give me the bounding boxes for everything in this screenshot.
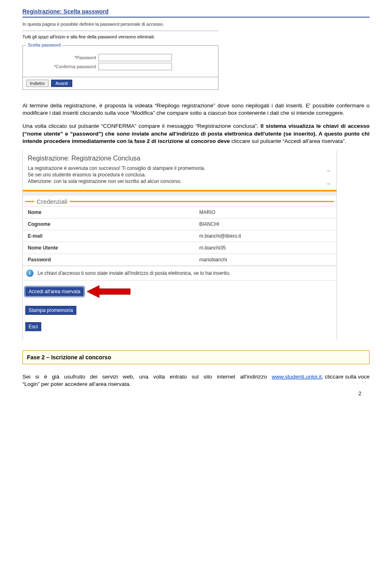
password-row: *Password [27, 54, 214, 61]
cred-val: MARIO [199, 209, 215, 215]
legend-dash-right [70, 201, 334, 203]
cred-key: Nome [28, 209, 199, 215]
svg-marker-0 [87, 285, 130, 298]
button-stack: Accedi all'area riservata Stampa promemo… [23, 281, 336, 340]
credenziali-legend-row: Credenziali [23, 196, 336, 206]
cred-key: Password [28, 257, 199, 263]
credenziali-legend: Credenziali [34, 198, 70, 205]
paragraph-2-post: cliccare sul pulsante “Accedi all'area r… [232, 138, 346, 144]
back-button[interactable]: Indietro [26, 80, 49, 87]
desc-line-1: La registrazione è avvenuta con successo… [28, 165, 205, 171]
password-input[interactable] [98, 54, 172, 61]
section2-desc: La registrazione è avvenuta con successo… [23, 165, 336, 190]
fieldset-legend: Scelta password [26, 42, 62, 47]
panel-registrazione-conclusa: Registrazione: Registrazione Conclusa La… [22, 151, 337, 340]
cred-val: BIANCHI [199, 221, 219, 227]
cred-key: E-mail [28, 233, 199, 239]
esci-button[interactable]: Esci [25, 322, 41, 331]
section1-rule [22, 17, 370, 18]
desc-dash-2: _ [327, 178, 332, 184]
section1-title: Registrazione: Scelta password [22, 8, 370, 15]
paragraph-1: Al termine della registrazione, è propos… [22, 102, 370, 117]
paragraph-3: Sei si è già usufruito dei servizi web, … [22, 373, 370, 388]
accedi-row: Accedi all'area riservata [25, 285, 334, 298]
paragraph-3-pre: Sei si è già usufruito dei servizi web, … [22, 374, 272, 380]
cred-row-nomeutente: Nome Utente m.bianchi35 [23, 242, 336, 254]
info-icon: i [26, 270, 33, 277]
studenti-unipi-link[interactable]: www.studenti.unipi.it [272, 374, 321, 380]
stampa-promemoria-button[interactable]: Stampa promemoria [25, 306, 76, 315]
red-arrow-icon [87, 285, 132, 298]
accedi-area-riservata-button[interactable]: Accedi all'area riservata [25, 287, 84, 296]
page-number: 2 [359, 390, 361, 396]
cred-val: m.bianchi35 [199, 245, 226, 251]
info-text: Le chiavi d'accesso ti sono state inviat… [38, 270, 230, 277]
desc-line-3: Attenzione: con la sola registrazione no… [28, 178, 182, 184]
cred-val: m.bianchi@libero.it [199, 233, 241, 239]
cred-row-nome: Nome MARIO [23, 206, 336, 218]
cred-row-password: Password mariobianchi [23, 254, 336, 265]
legend-dash-left [25, 201, 34, 203]
next-button[interactable]: Avanti [51, 80, 72, 87]
paragraph-2: Una volta cliccato sul pulsante “CONFERM… [22, 123, 370, 145]
section1-rule2 [22, 31, 218, 31]
fase2-box: Fase 2 – Iscrizione al concorso [22, 350, 370, 364]
section1-subtitle: In questa pagina è possibile definire la… [22, 22, 370, 27]
button-row: Indietro Avanti [22, 77, 218, 90]
cred-val: mariobianchi [199, 257, 227, 263]
password-confirm-label: *Conferma password [27, 64, 98, 69]
desc-line-2: Se sei uno studente erasmus la procedura… [28, 172, 146, 178]
password-confirm-row: *Conferma password [27, 63, 214, 70]
section-scelta-password: Registrazione: Scelta password In questa… [22, 8, 370, 90]
section1-note: Tutti gli spazi all'inizio e alla fine d… [22, 34, 370, 39]
password-confirm-input[interactable] [98, 63, 172, 70]
password-fieldset: Scelta password *Password *Conferma pass… [22, 45, 218, 77]
paragraph-2-pre: Una volta cliccato sul pulsante “CONFERM… [22, 123, 261, 129]
password-label: *Password [27, 55, 98, 60]
desc-dash-1: _ [327, 165, 332, 171]
grey-strip [23, 192, 336, 196]
cred-key: Cognome [28, 221, 199, 227]
cred-row-email: E-mail m.bianchi@libero.it [23, 230, 336, 242]
info-row: i Le chiavi d'accesso ti sono state invi… [23, 266, 336, 281]
section2-title: Registrazione: Registrazione Conclusa [23, 151, 336, 165]
cred-key: Nome Utente [28, 245, 199, 251]
cred-row-cognome: Cognome BIANCHI [23, 218, 336, 230]
